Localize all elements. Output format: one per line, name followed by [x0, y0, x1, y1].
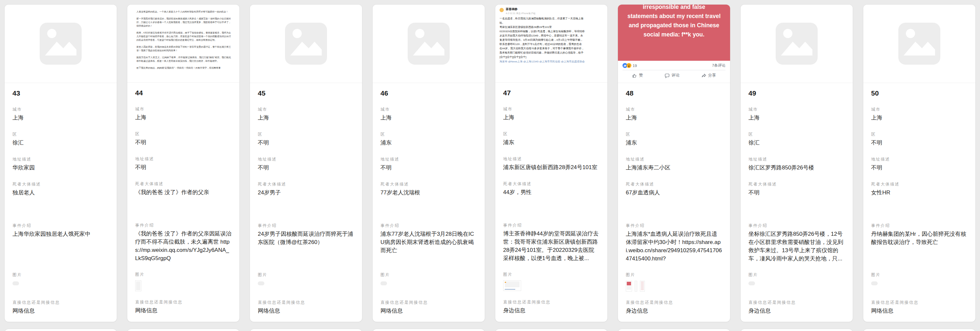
attachment-thumbnail-document[interactable] [135, 280, 142, 291]
facebook-post-text: irresponsible and false statements about… [627, 5, 721, 61]
card-fields: 45 城市上海 区不明 地址描述不明 死者大体描述24岁男子 事件介绍24岁男子… [250, 83, 362, 322]
record-card-partial[interactable] [250, 329, 362, 331]
weibo-text-line: 在44岁。我大伯和我大伯母70多岁老来丧子，对于整个事情我不做评价， [500, 46, 605, 51]
field-value-city: 上海 [503, 113, 600, 122]
field-value-city: 上海 [871, 114, 967, 122]
field-label-direct: 直接信息还是间接信息 [135, 299, 232, 305]
record-number: 45 [258, 89, 354, 98]
next-card-row [5, 329, 975, 331]
field-label-event: 事件介绍 [13, 223, 109, 228]
attachment-thumbnail[interactable] [748, 281, 755, 285]
field-value-city: 上海 [258, 114, 354, 122]
weibo-text-line: 一名志愿者，昨日我投入路浦西核酸检测的队伍，但是累了一天后晚上接 [500, 16, 605, 21]
attachment-thumbnail[interactable] [258, 281, 264, 285]
weibo-username: 茶香禅静 [506, 8, 535, 11]
field-label-image: 图片 [748, 272, 845, 277]
record-card-49[interactable]: 49 城市上海 区徐汇 地址描述徐汇区罗秀路850弄26号楼 死者大体描述不明 … [741, 5, 853, 322]
field-value-direct: 身边信息 [748, 307, 845, 315]
record-card-partial[interactable] [5, 329, 117, 331]
weibo-text-line: 0220329去医院采样核酸，以便1号血透，晚上被告知核酸异样，等待转移 [500, 29, 605, 34]
field-label-address: 地址描述 [380, 157, 477, 162]
field-value-direct: 网络信息 [871, 307, 967, 315]
record-card-partial[interactable] [618, 329, 730, 331]
record-card-50[interactable]: 50 城市上海 区不明 地址描述不明 死者大体描述女性HR 事件介绍丹纳赫集团的… [863, 5, 975, 322]
weibo-text-line: 恳求相关部门能帮忙处理好后续问题，并做好两位老人的心理疏导，给予 [500, 51, 605, 55]
card-image-article-screenshot[interactable]: 人都没有这样的机会。一个病人需要几十个人的同时帮助和关怀才有可能获得一丝的机会！… [127, 5, 239, 83]
field-value-direct: 网络信息 [13, 307, 109, 315]
facebook-action-bar: 赞 评论 分享 [618, 70, 730, 78]
card-fields: 46 城市上海 区浦东 地址描述不明 死者大体描述77岁老人沈瑞根 事件介绍浦东… [372, 83, 485, 322]
facebook-comment-button[interactable]: 评论 [665, 73, 679, 78]
field-value-deceased: 24岁男子 [258, 189, 354, 197]
field-value-district: 浦东 [380, 139, 477, 147]
card-image-area [5, 5, 117, 83]
field-value-event: 浦东77岁老人沈瑞根于3月28日晚在ICU病房因长期末肾透析造成的心肌衰竭而死亡 [380, 230, 477, 254]
field-value-address: 徐汇区罗秀路850弄26号楼 [748, 163, 845, 172]
field-label-city: 城市 [871, 107, 967, 112]
record-card-partial[interactable] [741, 329, 853, 331]
attachment-thumbnail[interactable] [871, 281, 878, 285]
field-value-event: 《我的爸爸 没了》作者的父亲因延误治疗而不得不高位截肢，未久遍离世 https:… [135, 230, 232, 262]
facebook-share-button[interactable]: 分享 [701, 73, 716, 78]
card-fields: 44 城市上海 区不明 地址描述不明 死者大体描述《我的爸爸 没了》作者的父亲 … [127, 83, 239, 322]
field-label-city: 城市 [258, 107, 354, 112]
field-label-image: 图片 [135, 272, 232, 277]
field-value-event: 丹纳赫集团的某Hr，因心脏猝死没有核酸报告耽误治疗，导致死亡 [871, 230, 967, 246]
record-card-43[interactable]: 43 城市上海 区徐汇 地址描述华欣家园 死者大体描述独居老人 事件介绍上海华欣… [5, 5, 117, 322]
wow-reaction-icon [627, 63, 632, 68]
attachment-thumbnail-list[interactable] [640, 281, 645, 292]
field-label-event: 事件介绍 [626, 223, 722, 228]
reaction-count: 19 [633, 64, 637, 68]
field-value-deceased: 女性HR [871, 189, 967, 197]
record-card-partial[interactable] [863, 329, 975, 331]
field-label-address: 地址描述 [626, 157, 722, 162]
card-image-weibo-screenshot[interactable]: 茶香禅静 4-2 02:31 来自 iPhone客户端 一名志愿者，昨日我投入路… [495, 5, 608, 83]
record-card-45[interactable]: 45 城市上海 区不明 地址描述不明 死者大体描述24岁男子 事件介绍24岁男子… [250, 5, 362, 322]
field-value-deceased: 独居老人 [13, 189, 109, 197]
card-fields: 49 城市上海 区徐汇 地址描述徐汇区罗秀路850弄26号楼 死者大体描述不明 … [741, 83, 853, 322]
field-label-deceased: 死者大体描述 [13, 182, 109, 187]
attachment-thumbnail[interactable] [635, 281, 637, 292]
field-label-deceased: 死者大体描述 [748, 182, 845, 187]
field-label-district: 区 [871, 132, 967, 137]
field-label-district: 区 [503, 131, 600, 137]
facebook-post-text-block: irresponsible and false statements about… [618, 5, 730, 61]
field-value-address: 华欣家园 [13, 163, 109, 172]
attachment-thumbnail-weibo[interactable] [503, 280, 521, 291]
field-value-district: 浦东 [626, 139, 722, 147]
gallery-board: 43 城市上海 区徐汇 地址描述华欣家园 死者大体描述独居老人 事件介绍上海华欣… [0, 0, 980, 331]
record-card-46[interactable]: 46 城市上海 区浦东 地址描述不明 死者大体描述77岁老人沈瑞根 事件介绍浦东… [372, 5, 485, 322]
article-paragraph: 那一天我觉得我们是幸运的，我还在朋友圈里感谢人民群众！感谢互助！当时我的小区已被… [137, 17, 231, 27]
field-value-address: 浦东新区唐镇创新西路28弄24号101室 [503, 163, 600, 172]
record-card-partial[interactable] [127, 329, 239, 331]
weibo-text-line: 从这天开始我大伯停地电话12345，疾控中心，居委转运车一直不来。永 [500, 34, 605, 38]
attachment-thumbnail-facebook[interactable] [626, 281, 632, 292]
record-card-44[interactable]: 人都没有这样的机会。一个病人需要几十个人的同时帮助和关怀才有可能获得一丝的机会！… [127, 5, 239, 322]
field-label-district: 区 [258, 132, 354, 137]
field-value-event: 上海浦东*血透病人延误治疗致死且遗体滞留家中约30小时！https://shar… [626, 230, 722, 263]
field-label-city: 城市 [135, 106, 232, 112]
record-card-48[interactable]: irresponsible and false statements about… [618, 5, 730, 322]
field-label-event: 事件介绍 [258, 223, 354, 228]
field-value-city: 上海 [13, 114, 109, 122]
record-number: 50 [871, 89, 967, 98]
attachment-thumbnail[interactable] [13, 281, 19, 285]
field-value-deceased: 不明 [748, 189, 845, 197]
record-card-47[interactable]: 茶香禅静 4-2 02:31 来自 iPhone客户端 一名志愿者，昨日我投入路… [495, 5, 608, 322]
field-label-deceased: 死者大体描述 [871, 182, 967, 187]
record-card-partial[interactable] [495, 329, 608, 331]
field-value-address: 不明 [871, 163, 967, 172]
article-paragraph: 家里人四处求助，在我的物业及居委的帮助下得到一张非常宝贵的通行证，整个街区就只有… [137, 45, 231, 52]
card-fields: 47 城市上海 区浦东 地址描述浦东新区唐镇创新西路28弄24号101室 死者大… [495, 83, 608, 322]
field-label-deceased: 死者大体描述 [503, 181, 600, 187]
field-label-event: 事件介绍 [503, 223, 600, 228]
card-image-facebook-screenshot[interactable]: irresponsible and false statements about… [618, 5, 730, 83]
comments-count[interactable]: 7条评论 [712, 63, 725, 68]
weibo-header: 茶香禅静 4-2 02:31 来自 iPhone客户端 [500, 8, 605, 15]
attachment-thumbnail[interactable] [380, 281, 387, 285]
record-card-partial[interactable] [372, 329, 485, 331]
facebook-like-button[interactable]: 赞 [632, 73, 643, 78]
card-image-area [250, 5, 362, 83]
field-label-direct: 直接信息还是间接信息 [258, 300, 354, 305]
field-label-image: 图片 [626, 272, 722, 277]
